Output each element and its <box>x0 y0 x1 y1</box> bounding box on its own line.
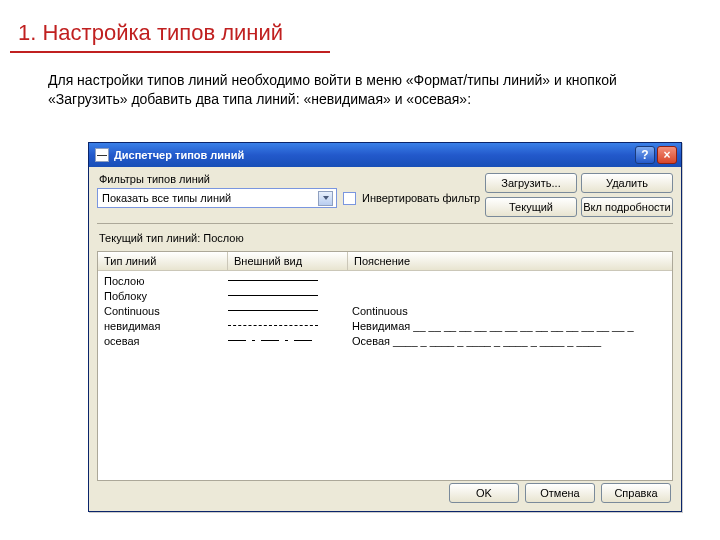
help-icon[interactable]: ? <box>635 146 655 164</box>
help-button[interactable]: Справка <box>601 483 671 503</box>
linetype-desc: Continuous <box>348 305 672 317</box>
linetype-desc: Осевая ____ _ ____ _ ____ _ ____ _ ____ … <box>348 335 672 347</box>
titlebar: Диспетчер типов линий ? × <box>89 143 681 167</box>
window-title: Диспетчер типов линий <box>114 149 244 161</box>
linetype-preview <box>228 310 348 311</box>
header-name[interactable]: Тип линий <box>98 252 228 270</box>
delete-button[interactable]: Удалить <box>581 173 673 193</box>
close-icon[interactable]: × <box>657 146 677 164</box>
slide-title: 1. Настройка типов линий <box>0 0 720 49</box>
list-item[interactable]: Поблоку <box>98 288 672 303</box>
load-button[interactable]: Загрузить... <box>485 173 577 193</box>
filter-combo[interactable]: Показать все типы линий <box>97 188 337 208</box>
slide-description: Для настройки типов линий необходимо вой… <box>0 53 720 117</box>
details-button[interactable]: Вкл подробности <box>581 197 673 217</box>
linetype-desc: Невидимая __ __ __ __ __ __ __ __ __ __ … <box>348 320 672 332</box>
current-button[interactable]: Текущий <box>485 197 577 217</box>
ok-button[interactable]: OK <box>449 483 519 503</box>
toolbar: Фильтры типов линий Показать все типы ли… <box>89 167 681 221</box>
header-appearance[interactable]: Внешний вид <box>228 252 348 270</box>
linetype-preview <box>228 280 348 281</box>
linetype-preview <box>228 295 348 296</box>
cancel-button[interactable]: Отмена <box>525 483 595 503</box>
linetype-name: Continuous <box>98 305 228 317</box>
linetype-name: осевая <box>98 335 228 347</box>
dialog-buttons: OK Отмена Справка <box>449 483 671 503</box>
invert-filter-checkbox[interactable] <box>343 192 356 205</box>
linetype-name: Послою <box>98 275 228 287</box>
list-header: Тип линий Внешний вид Пояснение <box>98 252 672 271</box>
app-icon <box>95 148 109 162</box>
filter-section-label: Фильтры типов линий <box>99 173 485 185</box>
list-item[interactable]: невидимая Невидимая __ __ __ __ __ __ __… <box>98 318 672 333</box>
header-description[interactable]: Пояснение <box>348 252 672 270</box>
filter-combo-value: Показать все типы линий <box>102 192 318 204</box>
linetype-list: Тип линий Внешний вид Пояснение Послою П… <box>97 251 673 481</box>
chevron-down-icon[interactable] <box>318 191 333 206</box>
linetype-preview <box>228 325 348 326</box>
divider <box>97 223 673 224</box>
linetype-manager-dialog: Диспетчер типов линий ? × Фильтры типов … <box>88 142 682 512</box>
list-item[interactable]: Послою <box>98 273 672 288</box>
linetype-name: Поблоку <box>98 290 228 302</box>
list-item[interactable]: Continuous Continuous <box>98 303 672 318</box>
linetype-name: невидимая <box>98 320 228 332</box>
linetype-preview <box>228 340 348 341</box>
list-item[interactable]: осевая Осевая ____ _ ____ _ ____ _ ____ … <box>98 333 672 348</box>
current-linetype-label: Текущий тип линий: Послою <box>89 226 681 247</box>
invert-filter-label: Инвертировать фильтр <box>362 192 480 204</box>
